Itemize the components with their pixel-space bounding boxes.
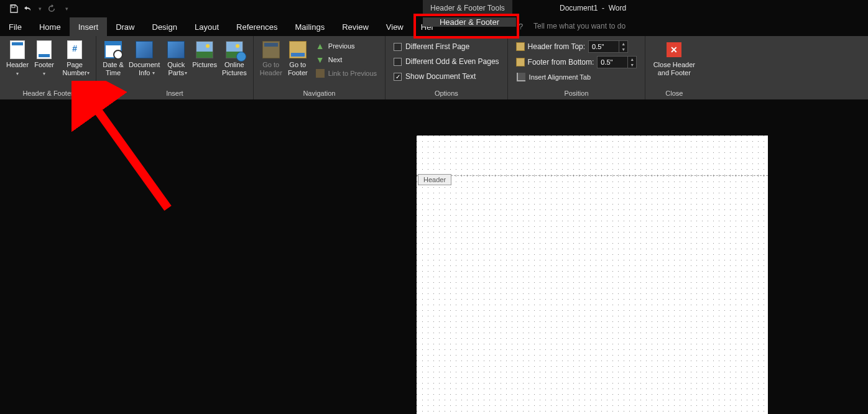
tab-draw[interactable]: Draw [107,17,143,36]
document-canvas[interactable]: Header [0,99,868,414]
ruler-icon [516,42,525,51]
arrow-up-icon: ▲ [315,41,325,51]
tab-review[interactable]: Review [333,17,377,36]
tell-me-search[interactable]: Tell me what you want to do [533,22,626,30]
group-header-footer: Header Footer Page Number Header & Foote… [0,36,96,99]
group-label: Navigation [254,88,385,99]
footer-button[interactable]: Footer [31,39,57,78]
different-first-page-checkbox[interactable]: Different First Page [392,41,501,52]
contextual-tools-title: Header & Footer Tools [423,0,512,16]
tab-mailings[interactable]: Mailings [287,17,334,36]
tab-references[interactable]: References [228,17,286,36]
group-close: ✕ Close Header and Footer Close [645,36,703,99]
online-pictures-button[interactable]: Online Pictures [219,39,249,78]
pictures-icon [195,40,215,60]
online-pictures-icon [224,40,244,60]
spin-up-icon[interactable]: ▲ [628,57,636,62]
alignment-tab-icon [516,72,526,82]
show-document-text-checkbox[interactable]: Show Document Text [392,71,501,82]
goto-footer-icon [288,40,308,60]
header-edit-zone[interactable] [417,136,768,175]
undo-icon[interactable] [22,2,35,15]
insert-alignment-tab-button[interactable]: Insert Alignment Tab [514,71,639,83]
footer-from-bottom-input[interactable]: ▲▼ [597,56,637,68]
spin-down-icon[interactable]: ▼ [628,62,636,68]
dropdown-icon[interactable]: ▾ [39,6,42,12]
redo-icon[interactable] [45,2,58,15]
tab-file[interactable]: File [0,17,30,36]
header-tag-label: Header [418,174,451,185]
page[interactable]: Header [417,136,768,414]
group-navigation: Go to Header Go to Footer ▲ Previous ▼ N… [254,36,386,99]
page-number-button[interactable]: Page Number [57,39,92,78]
group-label: Insert [96,88,253,99]
footer-icon [34,40,54,60]
group-insert: Date & Time Document Info Quick Parts Pi… [96,36,254,99]
close-header-footer-button[interactable]: ✕ Close Header and Footer [649,39,699,78]
previous-button[interactable]: ▲ Previous [313,40,379,52]
doc-name: Document1 [560,4,598,12]
calendar-icon [103,40,123,60]
checkbox-checked-icon [394,73,402,81]
page-body [417,175,768,414]
group-label: Position [508,88,645,99]
quick-access-toolbar: ▾ ▾ [0,2,70,15]
header-button[interactable]: Header [4,39,31,78]
tab-design[interactable]: Design [144,17,186,36]
group-label: Options [386,88,507,99]
footer-from-bottom-row: Footer from Bottom: ▲▼ [514,55,639,69]
close-icon: ✕ [664,40,684,60]
group-options: Different First Page Different Odd & Eve… [386,36,508,99]
pictures-button[interactable]: Pictures [190,39,219,70]
quick-parts-button[interactable]: Quick Parts [162,39,190,78]
save-icon[interactable] [7,2,20,15]
group-label: Close [645,88,703,99]
checkbox-icon [394,43,402,51]
next-button[interactable]: ▼ Next [313,53,379,66]
ribbon: Header Footer Page Number Header & Foote… [0,36,868,99]
link-to-previous-button: Link to Previous [313,67,379,80]
qat-customize-icon[interactable]: ▾ [65,6,68,12]
spin-up-icon[interactable]: ▲ [619,41,627,47]
document-title: Document1 - Word [560,4,626,12]
tab-layout[interactable]: Layout [186,17,228,36]
quick-parts-icon [166,40,186,60]
different-odd-even-checkbox[interactable]: Different Odd & Even Pages [392,56,501,67]
goto-header-icon [261,40,281,60]
group-label: Header & Footer [0,88,96,99]
ruler-icon [516,58,525,67]
goto-footer-button[interactable]: Go to Footer [285,39,311,78]
app-name: Word [609,4,626,12]
header-from-top-row: Header from Top: ▲▼ [514,40,639,53]
title-bar: ▾ ▾ Header & Footer Tools Document1 - Wo… [0,0,868,17]
date-time-button[interactable]: Date & Time [100,39,126,78]
link-icon [315,68,325,78]
document-info-icon [134,40,154,60]
goto-header-button: Go to Header [257,39,285,78]
arrow-down-icon: ▼ [315,55,325,65]
header-icon [7,40,27,60]
help-icon[interactable]: ? [519,22,523,31]
tab-home[interactable]: Home [30,17,70,36]
header-from-top-input[interactable]: ▲▼ [588,40,628,53]
spin-down-icon[interactable]: ▼ [619,47,627,52]
page-number-icon [65,40,85,60]
document-info-button[interactable]: Document Info [126,39,162,78]
tab-insert[interactable]: Insert [70,17,108,36]
menu-bar: File Home Insert Draw Design Layout Refe… [0,17,868,36]
tab-header-footer[interactable]: Header & Footer [423,17,516,27]
tab-view[interactable]: View [377,17,412,36]
group-position: Header from Top: ▲▼ Footer from Bottom: … [508,36,646,99]
checkbox-icon [394,58,402,66]
